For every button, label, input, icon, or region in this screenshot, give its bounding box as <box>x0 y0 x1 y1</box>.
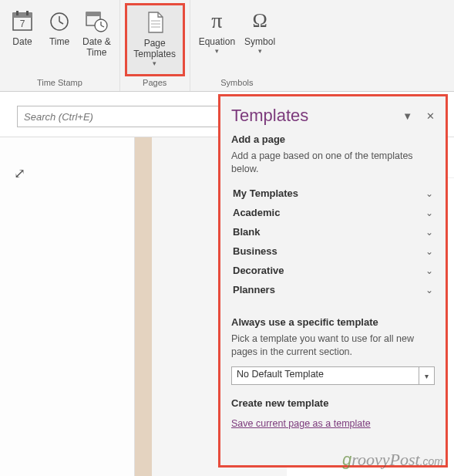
equation-button[interactable]: π Equation ▾ <box>195 3 239 76</box>
group-label-timestamp: Time Stamp <box>37 76 82 89</box>
default-template-dropdown[interactable]: No Default Template ▾ <box>231 366 435 385</box>
close-icon[interactable]: ✕ <box>426 110 435 122</box>
chevron-down-icon: ▾ <box>215 47 219 55</box>
chevron-down-icon: ⌄ <box>425 265 433 276</box>
default-template-value: No Default Template <box>232 367 419 384</box>
date-button[interactable]: 7 Date <box>5 3 40 76</box>
time-button[interactable]: Time <box>42 3 77 76</box>
svg-line-7 <box>59 22 63 24</box>
category-planners[interactable]: Planners ⌄ <box>231 280 435 299</box>
chevron-down-icon: ⌄ <box>425 188 433 199</box>
page-templates-button[interactable]: Page Templates ▾ <box>125 3 185 76</box>
pi-icon: π <box>211 7 222 35</box>
resize-icon[interactable]: ⤢ <box>14 165 25 182</box>
pane-menu-button[interactable]: ▼ <box>402 110 412 122</box>
save-as-template-link[interactable]: Save current page as a template <box>231 418 371 429</box>
ribbon-group-pages: Page Templates ▾ Pages <box>120 0 190 91</box>
date-time-label: Date & Time <box>82 36 111 58</box>
symbol-button[interactable]: Ω Symbol ▾ <box>240 3 279 76</box>
always-use-heading: Always use a specific template <box>231 316 435 328</box>
calendar-clock-icon <box>84 7 109 35</box>
svg-text:7: 7 <box>20 19 25 29</box>
omega-icon: Ω <box>252 7 267 35</box>
pane-title: Templates <box>231 106 308 126</box>
ribbon-group-symbols: π Equation ▾ Ω Symbol ▾ Symbols <box>190 0 284 91</box>
page-icon <box>143 8 167 36</box>
chevron-down-icon: ▾ <box>258 47 262 55</box>
chevron-down-icon: ⌄ <box>425 227 433 238</box>
chevron-down-icon: ▾ <box>153 59 156 67</box>
category-my-templates[interactable]: My Templates ⌄ <box>231 184 435 203</box>
chevron-down-icon[interactable]: ▾ <box>419 367 434 384</box>
add-page-description: Add a page based on one of the templates… <box>231 150 435 176</box>
create-new-heading: Create new template <box>231 397 435 409</box>
svg-rect-2 <box>16 11 18 15</box>
svg-rect-9 <box>86 12 100 16</box>
clock-icon <box>47 7 72 35</box>
category-academic[interactable]: Academic ⌄ <box>231 203 435 222</box>
add-page-heading: Add a page <box>231 133 435 145</box>
date-time-button[interactable]: Date & Time <box>79 3 115 76</box>
ribbon-group-timestamp: 7 Date Time Date & Time Time Stamp <box>0 0 120 91</box>
time-label: Time <box>49 36 69 47</box>
page-templates-label: Page Templates <box>133 38 176 59</box>
group-label-symbols: Symbols <box>220 76 253 89</box>
svg-rect-1 <box>13 13 32 18</box>
chevron-down-icon: ⌄ <box>425 285 433 295</box>
ribbon: 7 Date Time Date & Time Time Stamp <box>0 0 454 92</box>
date-label: Date <box>12 36 32 47</box>
category-decorative[interactable]: Decorative ⌄ <box>231 261 435 280</box>
calendar-date-icon: 7 <box>10 7 35 35</box>
category-business[interactable]: Business ⌄ <box>231 241 435 261</box>
chevron-down-icon: ⌄ <box>425 208 433 218</box>
equation-label: Equation <box>199 36 235 47</box>
note-canvas: ⤢ <box>0 137 135 476</box>
chevron-down-icon: ⌄ <box>425 246 433 257</box>
always-use-description: Pick a template you want to use for all … <box>231 333 435 359</box>
group-label-pages: Pages <box>143 76 166 89</box>
category-blank[interactable]: Blank ⌄ <box>231 222 435 241</box>
svg-rect-3 <box>26 11 29 15</box>
templates-pane: Templates ▼ ✕ Add a page Add a page base… <box>218 94 448 468</box>
section-strip <box>135 137 152 476</box>
symbol-label: Symbol <box>244 36 275 47</box>
